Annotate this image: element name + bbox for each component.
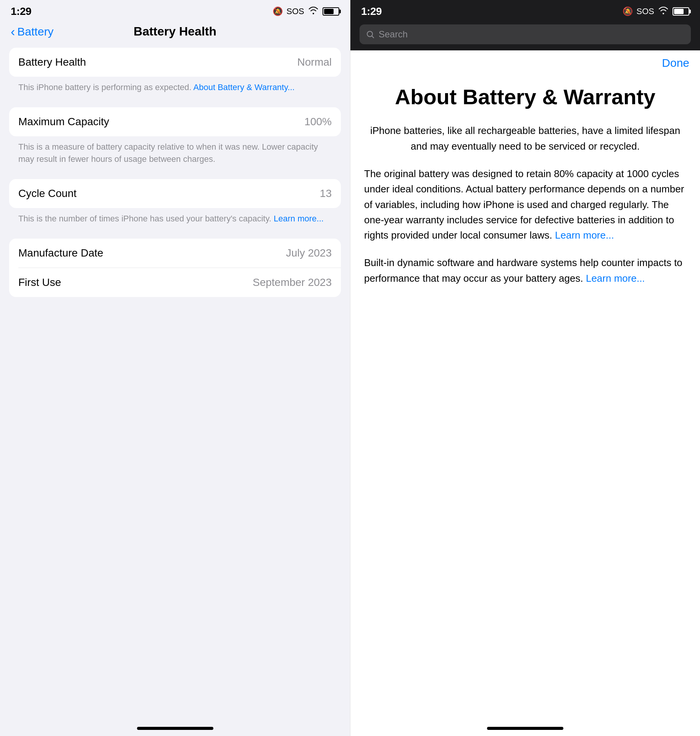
battery-health-label: Battery Health bbox=[18, 56, 86, 68]
sos-label: SOS bbox=[287, 6, 304, 16]
left-time: 1:29 bbox=[11, 5, 31, 18]
right-sos-label: SOS bbox=[637, 6, 654, 16]
wifi-icon bbox=[308, 6, 319, 17]
battery-health-value: Normal bbox=[297, 56, 332, 68]
warranty-para-3: Built-in dynamic software and hardware s… bbox=[364, 255, 686, 286]
search-input-container[interactable]: Search bbox=[360, 24, 691, 44]
battery-health-row: Battery Health Normal bbox=[9, 48, 341, 77]
right-home-indicator bbox=[350, 721, 700, 736]
maximum-capacity-label: Maximum Capacity bbox=[18, 116, 109, 128]
done-button[interactable]: Done bbox=[662, 56, 689, 69]
manufacture-date-label: Manufacture Date bbox=[18, 247, 103, 259]
warranty-para-1: iPhone batteries, like all rechargeable … bbox=[364, 123, 686, 154]
left-status-bar: 1:29 🔕 SOS bbox=[0, 0, 350, 21]
battery-health-subtext: This iPhone battery is performing as exp… bbox=[9, 80, 341, 101]
right-home-bar bbox=[487, 727, 563, 730]
cycle-count-value: 13 bbox=[320, 187, 332, 200]
battery-icon bbox=[323, 7, 339, 16]
cycle-count-label: Cycle Count bbox=[18, 187, 77, 200]
left-home-indicator bbox=[0, 721, 350, 736]
warranty-learn-more-link-2[interactable]: Learn more... bbox=[586, 273, 645, 284]
cycle-count-learn-more-link[interactable]: Learn more... bbox=[274, 214, 324, 223]
cycle-count-row: Cycle Count 13 bbox=[9, 179, 341, 208]
right-battery-icon bbox=[673, 7, 689, 16]
maximum-capacity-subtext: This is a measure of battery capacity re… bbox=[9, 139, 341, 173]
first-use-value: September 2023 bbox=[253, 276, 332, 289]
cycle-count-card: Cycle Count 13 bbox=[9, 179, 341, 208]
nav-header: ‹ Battery Battery Health bbox=[0, 21, 350, 45]
content-area: Battery Health Normal This iPhone batter… bbox=[0, 45, 350, 721]
search-bar-area: Search bbox=[350, 21, 700, 50]
battery-health-card: Battery Health Normal bbox=[9, 48, 341, 77]
warranty-learn-more-link-1[interactable]: Learn more... bbox=[555, 229, 614, 241]
first-use-label: First Use bbox=[18, 276, 61, 289]
right-status-bar: 1:29 🔕 SOS bbox=[350, 0, 700, 21]
done-row: Done bbox=[350, 50, 700, 73]
warranty-title: About Battery & Warranty bbox=[364, 85, 686, 109]
right-status-icons: 🔕 SOS bbox=[623, 6, 689, 17]
cycle-count-subtext: This is the number of times iPhone has u… bbox=[9, 211, 341, 232]
warranty-content: About Battery & Warranty iPhone batterie… bbox=[350, 73, 700, 721]
maximum-capacity-value: 100% bbox=[304, 116, 332, 128]
manufacture-date-value: July 2023 bbox=[286, 247, 332, 259]
warranty-para-2: The original battery was designed to ret… bbox=[364, 166, 686, 243]
left-home-bar bbox=[137, 727, 213, 730]
chevron-left-icon: ‹ bbox=[11, 25, 15, 38]
right-panel: 1:29 🔕 SOS Searc bbox=[350, 0, 700, 736]
left-status-icons: 🔕 SOS bbox=[273, 6, 339, 17]
right-bell-mute-icon: 🔕 bbox=[623, 6, 633, 16]
bell-mute-icon: 🔕 bbox=[273, 6, 283, 16]
back-label: Battery bbox=[17, 25, 53, 38]
dates-card: Manufacture Date July 2023 First Use Sep… bbox=[9, 239, 341, 297]
first-use-row: First Use September 2023 bbox=[9, 268, 341, 297]
about-battery-link[interactable]: About Battery & Warranty... bbox=[194, 82, 295, 92]
right-wifi-icon bbox=[658, 6, 669, 17]
page-title: Battery Health bbox=[134, 24, 216, 39]
back-button[interactable]: ‹ Battery bbox=[11, 25, 53, 38]
manufacture-date-row: Manufacture Date July 2023 bbox=[9, 239, 341, 268]
right-time: 1:29 bbox=[361, 5, 382, 18]
search-icon bbox=[366, 30, 375, 39]
left-panel: 1:29 🔕 SOS ‹ Battery Battery Heal bbox=[0, 0, 350, 736]
search-placeholder: Search bbox=[379, 29, 408, 40]
maximum-capacity-row: Maximum Capacity 100% bbox=[9, 107, 341, 136]
maximum-capacity-card: Maximum Capacity 100% bbox=[9, 107, 341, 136]
